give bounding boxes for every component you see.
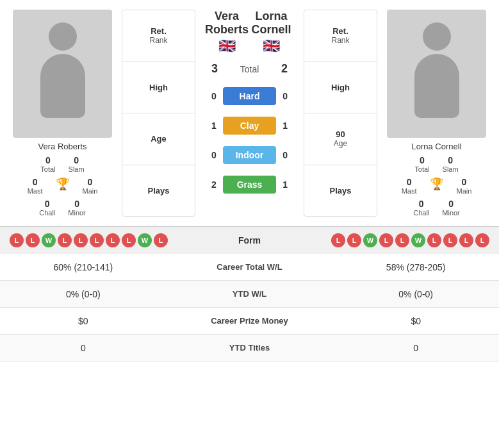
right-main-stat: 0 Main [457,177,472,195]
form-section: LLWLLLLLWL Form LLWLLWLLLL [0,226,499,254]
stats-center-label: Career Total W/L [167,256,333,278]
indoor-left-score: 0 [205,150,223,160]
right-flag: 🇬🇧 [249,38,294,54]
left-age-cell: Age [122,113,195,165]
left-age-label: Age [151,134,167,144]
right-high-cell: High [304,62,377,114]
form-badge-l: L [379,233,393,247]
right-mast-value: 0 [407,177,412,187]
stats-row: 60% (210-141)Career Total W/L58% (278-20… [0,254,499,281]
right-age-value: 90 [336,129,345,139]
right-slam-value: 0 [448,155,453,165]
right-age-cell: 90 Age [304,113,377,165]
right-total-label: Total [414,165,429,173]
right-trophy-icon: 🏆 [430,177,444,195]
form-badge-l: L [427,233,441,247]
form-badge-w: W [42,233,56,247]
clay-row: 1 Clay 1 [199,112,300,140]
stats-left-value: 0% (0-0) [0,283,167,306]
right-mast-stat: 0 Mast [402,177,417,195]
form-label: Form [231,235,269,245]
left-slam-stat: 0 Slam [69,155,85,173]
stats-left-value: $0 [0,310,167,333]
left-player-name: Vera Roberts [38,142,87,151]
right-ret-label: Ret. [332,26,348,36]
clay-badge: Clay [223,117,276,135]
left-ret-label: Ret. [151,26,167,36]
form-badge-w: W [363,233,377,247]
left-mast-stat: 0 Mast [28,177,43,195]
player-right-card: Lorna Cornell 0 Total 0 Slam 0 Mast 🏆 0 … [380,10,493,217]
left-total-stat: 0 Total [40,155,55,173]
stats-center-label: YTD W/L [167,283,333,305]
right-plays-label: Plays [330,186,352,195]
form-badge-l: L [58,233,72,247]
form-badge-l: L [443,233,457,247]
left-trophy-icon: 🏆 [56,177,70,195]
right-center-name: Lorna Cornell [249,10,294,37]
right-silhouette [408,22,466,125]
stats-right-value: 0% (0-0) [332,283,499,306]
left-sil-head [49,22,77,51]
hard-badge: Hard [223,87,276,105]
left-rank-cell: Ret. Rank [122,10,195,62]
stats-right-value: 0 [332,336,499,360]
right-stats-row2: 0 Mast 🏆 0 Main [402,177,472,195]
indoor-right-score: 0 [276,150,294,160]
right-chall-label: Chall [413,209,429,217]
left-stats-row1: 0 Total 0 Slam [40,155,84,173]
right-stats-row1: 0 Total 0 Slam [414,155,458,173]
left-form-badges: LLWLLLLLWL [10,233,168,247]
right-chall-value: 0 [419,199,424,209]
form-badge-l: L [154,233,168,247]
right-stats-panel: Ret. Rank High 90 Age Plays [304,10,377,217]
indoor-badge: Indoor [223,146,276,164]
stats-center-label: YTD Titles [167,336,333,359]
left-mast-value: 0 [33,177,38,187]
hard-right-score: 0 [276,91,294,101]
form-badge-l: L [459,233,473,247]
right-main-label: Main [457,187,472,195]
right-name-center: Lorna Cornell 🇬🇧 [249,10,294,54]
right-main-value: 0 [462,177,467,187]
form-badge-w: W [138,233,152,247]
right-high-label: High [331,83,350,92]
left-main-label: Main [83,187,98,195]
form-badge-l: L [10,233,24,247]
form-badge-l: L [74,233,88,247]
names-row: Vera Roberts 🇬🇧 Lorna Cornell 🇬🇧 [199,10,300,54]
left-stats-panel: Ret. Rank High Age Plays [122,10,195,217]
hard-row: 0 Hard 0 [199,82,300,110]
stats-left-value: 0 [0,336,167,360]
right-total-score: 2 [275,62,294,76]
right-chall-stat: 0 Chall [413,199,429,217]
right-minor-stat: 0 Minor [442,199,460,217]
left-high-label: High [149,83,168,92]
form-badge-l: L [26,233,40,247]
form-badge-l: L [347,233,361,247]
grass-badge: Grass [223,176,276,194]
right-age-sublabel: Age [334,139,347,148]
player-comparison: Vera Roberts 0 Total 0 Slam 0 Mast 🏆 0 M… [0,0,499,226]
right-slam-stat: 0 Slam [443,155,459,173]
player-left-card: Vera Roberts 0 Total 0 Slam 0 Mast 🏆 0 M… [6,10,119,217]
clay-left-score: 1 [205,120,223,131]
stats-row: $0Career Prize Money$0 [0,308,499,335]
form-badge-l: L [90,233,104,247]
left-name-center: Vera Roberts 🇬🇧 [205,10,249,54]
right-total-value: 0 [420,155,425,165]
left-slam-label: Slam [69,165,85,173]
left-chall-label: Chall [39,209,55,217]
total-row: 3 Total 2 [199,60,300,82]
surface-rows: 0 Hard 0 1 Clay 1 0 Indoor 0 2 Grass 1 [199,82,300,199]
left-plays-label: Plays [148,186,170,195]
stats-table: 60% (210-141)Career Total W/L58% (278-20… [0,254,499,361]
grass-right-score: 1 [276,179,294,190]
stats-right-value: 58% (278-205) [332,256,499,279]
left-chall-value: 0 [45,199,50,209]
form-badge-l: L [331,233,345,247]
right-slam-label: Slam [443,165,459,173]
left-flag: 🇬🇧 [205,38,249,54]
right-sil-head [423,22,451,51]
left-main-stat: 0 Main [83,177,98,195]
